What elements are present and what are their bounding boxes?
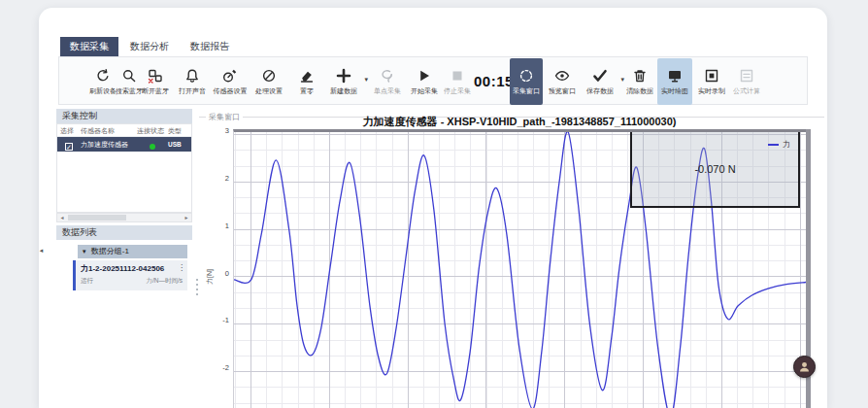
scroll-right-icon[interactable]: ▸ [182,214,191,221]
toolbar-save-data-button[interactable]: 保存数据▾ [580,60,620,103]
data-group-row[interactable]: ▾ 数据分组-1 [78,245,187,258]
y-tick-label: 0 [216,269,229,278]
y-tick-label: -2 [216,363,229,372]
toolbar-disconnect-bluetooth-button[interactable]: 断开蓝牙 [138,60,173,103]
toolbar-start-collect-button[interactable]: 开始采集 [407,60,442,103]
legend-swatch [768,144,779,146]
tab-data-analysis[interactable]: 数据分析 [120,37,179,57]
y-tick-label: -1 [216,316,229,324]
toolbar-item-label: 清除数据 [626,86,653,96]
sensor-column-header: 选择 [57,124,81,136]
sensor-column-header: 传感器名称 [81,124,137,136]
toolbar-item-label: 断开蓝牙 [142,86,169,96]
play-icon [417,67,432,85]
desktop-background: 数据采集数据分析数据报告 00:15:54 刷新设备搜索蓝牙断开蓝牙打开声音传感… [0,0,868,408]
person-icon [798,360,811,373]
chart-legend: 力 [768,139,790,150]
hscrollbar-thumb[interactable] [68,215,126,221]
measurement-value: -0.070 N [632,163,798,175]
data-record-axes: 力/N—时间/s [146,277,183,286]
sidebar-splitter[interactable] [194,272,200,301]
sensor-table: 选择传感器名称连接状态类型✓力加速度传感器USB [56,123,192,213]
waveform-plot[interactable]: -0.070 N 力 [233,129,806,408]
toolbar-item-label: 传感器设置 [214,86,248,96]
bluetooth-off-icon [148,67,163,85]
eraser-icon [299,67,315,85]
toolbar-single-point-collect-button: 单点采集 [368,60,407,103]
more-vertical-icon[interactable]: ⋮ [178,263,185,272]
data-record-status: 运行 [81,277,93,286]
toolbar-item-label: 停止采集 [444,86,471,96]
data-record-title: 力1-2-20251112-042506 [81,263,178,274]
check-icon [592,67,608,85]
sensor-gauge-icon [222,67,238,85]
lasso-icon [380,67,395,85]
search-icon [121,67,137,85]
sensor-column-header: 类型 [168,124,191,136]
record-frame-icon [704,67,719,85]
calc-frame-icon [739,67,754,85]
toolbar: 00:15:54 刷新设备搜索蓝牙断开蓝牙打开声音传感器设置处理设置置零新建数据… [58,56,808,105]
app-window: 数据采集数据分析数据报告 00:15:54 刷新设备搜索蓝牙断开蓝牙打开声音传感… [39,8,827,408]
tab-data-report[interactable]: 数据报告 [181,37,239,57]
monitor-pen-icon [667,67,683,85]
sensor-column-header: 连接状态 [137,124,168,136]
sensor-table-hscrollbar[interactable]: ◂ ▸ [56,213,192,222]
toolbar-stop-collect-button: 停止采集 [440,60,475,103]
sensor-row[interactable]: ✓力加速度传感器USB [57,137,191,152]
sidebar-collapse-icon[interactable]: ◂ [37,243,46,258]
toolbar-item-label: 置零 [300,86,314,96]
refresh-icon [95,67,111,85]
status-dot-icon [150,144,155,150]
compass-icon [261,67,277,85]
sensor-type: USB [168,141,191,148]
toolbar-open-sound-button[interactable]: 打开声音 [175,60,210,103]
data-record-item[interactable]: 力1-2-20251112-042506 ⋮ 运行 力/N—时间/s [73,260,187,290]
tab-data-collect[interactable]: 数据采集 [60,37,118,57]
main-tab-bar: 数据采集数据分析数据报告 [60,37,239,57]
toolbar-item-label: 采集窗口 [513,86,540,96]
toolbar-item-label: 新建数据 [330,86,357,96]
collect-control-header: 采集控制 [56,109,192,123]
tree-caret-icon[interactable]: ▾ [83,248,86,255]
toolbar-item-label: 预览窗口 [549,86,576,96]
toolbar-item-label: 实时绘图 [661,86,688,96]
toolbar-collect-window-button[interactable]: 采集窗口 [510,58,543,105]
toolbar-preview-window-button[interactable]: 预览窗口 [545,60,580,103]
toolbar-item-label: 开始采集 [411,86,438,96]
toolbar-realtime-plot-button[interactable]: 实时绘图 [657,58,692,105]
assistant-floating-button[interactable] [793,356,816,378]
data-group-label: 数据分组-1 [91,247,129,255]
toolbar-clear-data-button[interactable]: 清除数据 [622,60,657,103]
toolbar-item-label: 实时录制 [698,86,725,96]
scroll-left-icon[interactable]: ◂ [57,214,67,221]
chart-title: 力加速度传感器 - XHSP-V10HID_path_-1981348857_1… [233,115,806,129]
toolbar-item-label: 处理设置 [255,86,283,96]
toolbar-sensor-settings-button[interactable]: 传感器设置 [209,60,251,103]
stop-icon [450,67,465,85]
toolbar-new-data-button[interactable]: 新建数据▾ [323,60,364,103]
toolbar-item-label: 保存数据 [586,86,614,96]
toolbar-item-label: 单点采集 [374,86,401,96]
toolbar-process-settings-button[interactable]: 处理设置 [250,60,288,103]
y-tick-label: 2 [216,174,229,183]
toolbar-item-label: 公式计算 [733,86,760,96]
sensor-checkbox[interactable]: ✓ [65,143,73,151]
data-list-header: 数据列表 [56,225,192,240]
dashed-circle-icon [518,67,534,85]
y-axis-label: 力[N] [205,269,215,285]
toolbar-set-zero-button[interactable]: 置零 [292,60,321,103]
eye-icon [554,67,570,85]
y-tick-label: 3 [216,126,229,135]
toolbar-formula-calc-button: 公式计算 [729,60,764,103]
trash-icon [632,67,648,85]
sensor-name: 力加速度传感器 [81,140,137,150]
toolbar-realtime-record-button[interactable]: 实时录制 [694,60,729,103]
plus-icon [336,67,351,85]
toolbar-item-label: 打开声音 [179,86,206,96]
legend-label: 力 [783,139,790,150]
bell-icon [184,67,200,85]
y-tick-label: 1 [216,221,229,230]
